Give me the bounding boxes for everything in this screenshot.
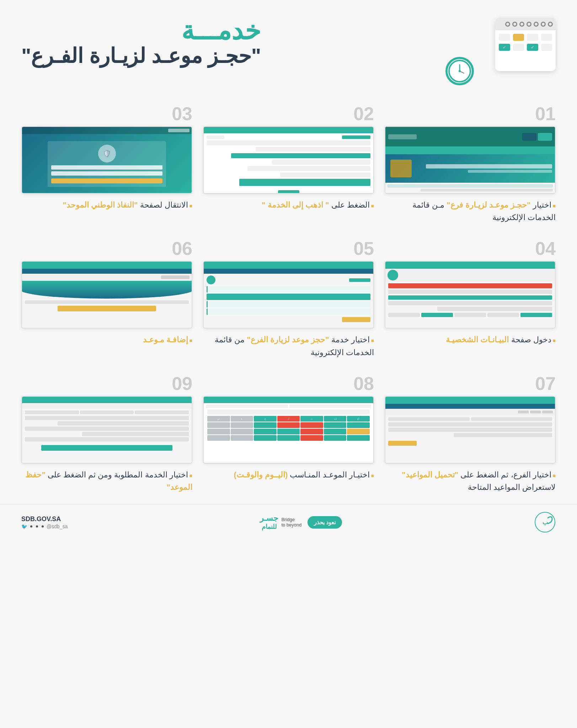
step-card-01: 01 xyxy=(385,103,556,224)
step-screenshot-03: 🛡️ xyxy=(21,126,192,194)
header-illustration: ✓ ✓ xyxy=(449,11,556,89)
footer-bridge-brand: جسـر للنمام Bridge to beyond xyxy=(260,514,301,531)
step-description-04: دخول صفحة البيـانـات الشخصيـة xyxy=(385,333,556,346)
header: ✓ ✓ خدمـــة "حجـز موعـد لزيـارة الفـرع" xyxy=(0,0,577,96)
footer: SDB.GOV.SA 🐦 @sdb_sa جسـر للنمام Bridge xyxy=(0,504,577,540)
footer-info: SDB.GOV.SA 🐦 @sdb_sa xyxy=(21,515,68,529)
step-screenshot-01 xyxy=(385,126,556,194)
step-screenshot-04 xyxy=(385,261,556,328)
page-container: ✓ ✓ خدمـــة "حجـز موعـد لزيـارة الفـرع" … xyxy=(0,0,577,728)
service-title-main: خدمـــة xyxy=(21,18,261,43)
step-number-06: 06 xyxy=(21,238,192,259)
svg-text:ب: ب xyxy=(542,519,547,525)
clock-icon xyxy=(445,57,474,85)
step-number-09: 09 xyxy=(21,373,192,394)
sdb-logo-icon: ب xyxy=(534,512,556,533)
step-card-05: 05 xyxy=(203,238,374,358)
svg-point-3 xyxy=(459,70,461,72)
step-number-03: 03 xyxy=(21,103,192,124)
step-screenshot-02 xyxy=(203,126,374,194)
step-description-03: الانتقال لصفحة "النفاذ الوطني الموحد" xyxy=(21,199,192,211)
service-title-sub: "حجـز موعـد لزيـارة الفـرع" xyxy=(21,43,261,68)
step-card-04: 04 xyxy=(385,238,556,358)
step-description-08: اختيـار الموعـد المنـاسب (اليــوم والوقـ… xyxy=(203,469,374,481)
step-card-02: 02 xyxy=(203,103,374,224)
bridge-arabic: جسـر xyxy=(260,514,278,523)
steps-grid: 01 xyxy=(0,96,577,504)
step-number-05: 05 xyxy=(203,238,374,259)
step-screenshot-09 xyxy=(21,396,192,464)
footer-badge: نعود بحذر xyxy=(308,516,342,529)
step-description-07: اختيار الفرع، ثم الضغط على "تحميل المواع… xyxy=(385,469,556,493)
bridge-en-line2: to beyond xyxy=(281,522,301,528)
step-card-06: 06 إضافـة مـوعـد xyxy=(21,238,192,358)
calendar-illustration: ✓ ✓ xyxy=(495,18,556,71)
step-card-09: 09 xyxy=(21,373,192,493)
step-number-08: 08 xyxy=(203,373,374,394)
step-description-02: الضغط على " اذهب إلى الخدمة " xyxy=(203,199,374,211)
step-screenshot-07 xyxy=(385,396,556,464)
step-description-09: اختيار الخدمة المطلوبة ومن ثم الضغط على … xyxy=(21,469,192,493)
step-description-01: اختيار "حجـز موعـد لزيـارة فرع" مـن قائم… xyxy=(385,199,556,224)
step-screenshot-05 xyxy=(203,261,374,328)
step-card-03: 03 🛡️ الا xyxy=(21,103,192,224)
bridge-en-line1: Bridge xyxy=(281,517,295,522)
step-number-04: 04 xyxy=(385,238,556,259)
step-screenshot-08: أح إث ث أر خ ج س xyxy=(203,396,374,464)
step-card-07: 07 xyxy=(385,373,556,493)
step-number-01: 01 xyxy=(385,103,556,124)
footer-logo: ب xyxy=(534,512,556,533)
footer-social-handle: @sdb_sa xyxy=(47,524,68,529)
footer-social: 🐦 @sdb_sa xyxy=(21,524,68,529)
footer-center: جسـر للنمام Bridge to beyond نعود بحذر xyxy=(260,514,342,531)
step-description-06: إضافـة مـوعـد xyxy=(21,333,192,346)
step-number-07: 07 xyxy=(385,373,556,394)
header-text: خدمـــة "حجـز موعـد لزيـارة الفـرع" xyxy=(21,11,261,68)
step-description-05: اختيار خدمة "حجز موعد لزيارة الفرع" من ق… xyxy=(203,333,374,358)
step-number-02: 02 xyxy=(203,103,374,124)
step-card-08: 08 أح إث ث أر xyxy=(203,373,374,493)
step-screenshot-06 xyxy=(21,261,192,328)
twitter-icon: 🐦 xyxy=(21,524,27,529)
footer-website: SDB.GOV.SA xyxy=(21,515,68,523)
bridge-arabic-sub: للنمام xyxy=(262,523,277,531)
